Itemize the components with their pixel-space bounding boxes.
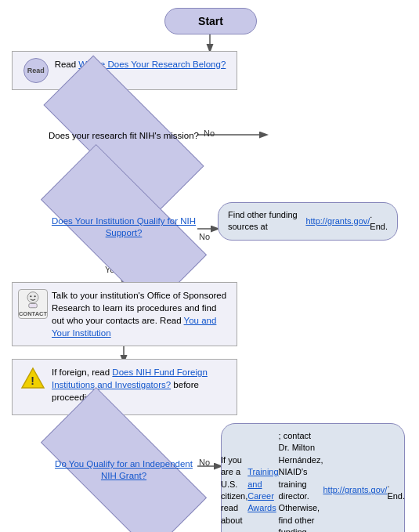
diamond-institution-qualify: Does Your Institution Qualify for NIH Su… [45, 188, 202, 266]
foreign-box: ! If foreign, read Does NIH Fund Foreign… [12, 359, 237, 415]
read-box: Read Read Where Does Your Research Belon… [12, 51, 237, 90]
grants-gov-link-1[interactable]: http://grants.gov/ [305, 215, 370, 227]
svg-rect-13 [29, 304, 38, 308]
contact-box-text: Talk to your institution's Office of Spo… [52, 289, 229, 339]
no-funding-box: Find other funding sources at http://gra… [218, 202, 398, 241]
svg-text:!: ! [31, 375, 34, 387]
start-node: Start [164, 8, 257, 34]
no-label-1: No [204, 128, 215, 138]
diamond-nih-mission: Does your research fit NIH's mission? [45, 100, 202, 171]
svg-point-12 [34, 295, 36, 297]
qualify-grant-link[interactable]: Do You Qualify for an Independent NIH Gr… [55, 459, 193, 480]
contact-icon: CONTACT [20, 289, 45, 319]
read-icon: Read [23, 58, 49, 83]
institution-qualify-link[interactable]: Does Your Institution Qualify for NIH Su… [52, 216, 196, 237]
svg-point-11 [30, 295, 31, 297]
diamond-nih-mission-text: Does your research fit NIH's mission? [45, 127, 202, 145]
contact-box: CONTACT Talk to your institution's Offic… [12, 282, 237, 346]
diamond-qualify-link-wrap: Do You Qualify for an Independent NIH Gr… [45, 455, 202, 485]
diamond-qualify-grant: Do You Qualify for an Independent NIH Gr… [45, 431, 202, 509]
grants-gov-link-2[interactable]: http://grants.gov/ [323, 484, 387, 496]
foreign-box-text: If foreign, read Does NIH Fund Foreign I… [52, 366, 229, 404]
diamond-institution-link-wrap: Does Your Institution Qualify for NIH Su… [45, 212, 202, 242]
us-citizen-box: If you are a U.S. citizen, read about Tr… [221, 423, 405, 532]
training-career-link[interactable]: Training and Career Awards [247, 466, 278, 515]
svg-point-10 [27, 292, 38, 303]
warning-icon: ! [20, 366, 45, 391]
